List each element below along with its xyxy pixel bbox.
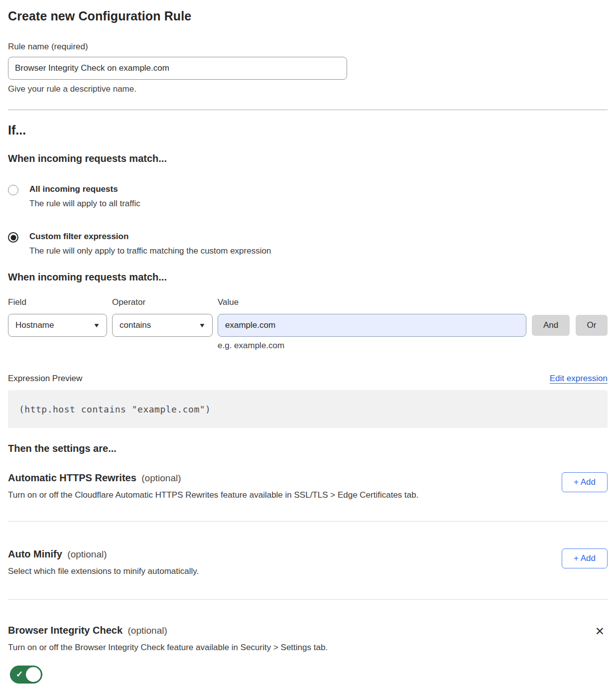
setting-optional-tag: (optional) bbox=[128, 625, 167, 636]
browser-integrity-check-toggle[interactable]: ✓ bbox=[10, 666, 42, 684]
setting-title: Browser Integrity Check bbox=[8, 625, 123, 636]
match-subheading: When incoming requests match... bbox=[8, 153, 608, 164]
radio-button-unselected[interactable] bbox=[8, 185, 18, 195]
radio-label: All incoming requests bbox=[29, 184, 140, 194]
add-auto-minify-button[interactable]: + Add bbox=[562, 549, 608, 568]
radio-button-selected[interactable] bbox=[8, 232, 18, 243]
close-icon[interactable]: ✕ bbox=[592, 625, 608, 638]
rule-name-label: Rule name (required) bbox=[8, 42, 608, 52]
chevron-down-icon: ▼ bbox=[93, 322, 101, 329]
setting-divider bbox=[8, 521, 608, 522]
operator-select-value: contains bbox=[120, 320, 151, 330]
builder-subheading: When incoming requests match... bbox=[8, 272, 608, 283]
setting-optional-tag: (optional) bbox=[141, 473, 181, 483]
setting-optional-tag: (optional) bbox=[67, 549, 107, 559]
rule-name-input[interactable] bbox=[8, 57, 347, 80]
expression-preview-row: Expression Preview Edit expression bbox=[8, 374, 608, 384]
value-column-label: Value bbox=[218, 297, 239, 307]
rule-name-helper: Give your rule a descriptive name. bbox=[8, 84, 608, 94]
radio-option-custom-filter-expression[interactable]: Custom filter expression The rule will o… bbox=[8, 232, 608, 256]
expression-preview-label: Expression Preview bbox=[8, 374, 82, 384]
field-column-label: Field bbox=[8, 297, 112, 307]
edit-expression-link[interactable]: Edit expression bbox=[550, 374, 608, 384]
expression-preview-box: (http.host contains "example.com") bbox=[8, 390, 608, 428]
create-configuration-rule-form: Create new Configuration Rule Rule name … bbox=[0, 0, 616, 686]
and-button[interactable]: And bbox=[532, 315, 570, 336]
or-button[interactable]: Or bbox=[576, 315, 608, 336]
radio-description: The rule will apply to all traffic bbox=[29, 199, 140, 209]
setting-automatic-https-rewrites: Automatic HTTPS Rewrites (optional) Turn… bbox=[8, 472, 608, 500]
page-title: Create new Configuration Rule bbox=[8, 9, 608, 23]
setting-description: Turn on or off the Cloudflare Automatic … bbox=[8, 490, 418, 500]
if-heading: If... bbox=[8, 123, 608, 137]
value-helper: e.g. example.com bbox=[218, 341, 608, 351]
setting-auto-minify: Auto Minify (optional) Select which file… bbox=[8, 549, 608, 576]
setting-description: Select which file extensions to minify a… bbox=[8, 566, 199, 576]
builder-row: Hostname ▼ contains ▼ And Or bbox=[8, 314, 608, 337]
field-select[interactable]: Hostname ▼ bbox=[8, 314, 107, 337]
operator-column-label: Operator bbox=[112, 297, 218, 307]
radio-label: Custom filter expression bbox=[29, 232, 271, 242]
toggle-knob bbox=[26, 667, 41, 682]
section-divider bbox=[8, 110, 608, 110]
setting-title: Auto Minify bbox=[8, 549, 62, 559]
builder-column-labels: Field Operator Value bbox=[8, 297, 608, 307]
check-icon: ✓ bbox=[16, 669, 23, 680]
field-select-value: Hostname bbox=[15, 320, 54, 330]
setting-divider bbox=[8, 599, 608, 600]
value-input[interactable] bbox=[218, 314, 526, 337]
then-settings-heading: Then the settings are... bbox=[8, 443, 608, 454]
radio-description: The rule will only apply to traffic matc… bbox=[29, 246, 271, 256]
setting-title: Automatic HTTPS Rewrites bbox=[8, 472, 136, 483]
setting-description: Turn on or off the Browser Integrity Che… bbox=[8, 643, 328, 653]
setting-browser-integrity-check: Browser Integrity Check (optional) Turn … bbox=[8, 625, 608, 686]
operator-select[interactable]: contains ▼ bbox=[112, 314, 213, 337]
chevron-down-icon: ▼ bbox=[199, 322, 206, 329]
radio-option-all-incoming-requests[interactable]: All incoming requests The rule will appl… bbox=[8, 184, 608, 209]
expression-text: (http.host contains "example.com") bbox=[19, 404, 211, 414]
add-automatic-https-rewrites-button[interactable]: + Add bbox=[562, 472, 608, 492]
